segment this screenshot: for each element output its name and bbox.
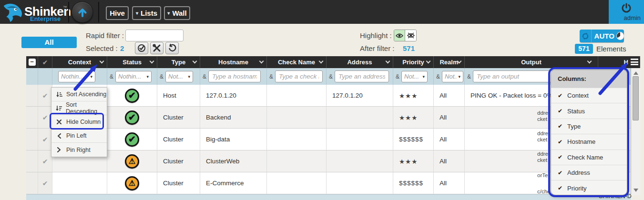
tools-button[interactable] [150, 42, 164, 54]
header-type[interactable]: Type [157, 56, 200, 68]
chevron-down-icon[interactable] [587, 59, 592, 64]
shinken-logo[interactable]: Shinken ™ Enterprise [2, 0, 69, 23]
menu-item-label: Sort Descending [66, 101, 107, 115]
row-check-cell[interactable]: ✔ [38, 172, 52, 194]
check-icon: ✔ [42, 114, 48, 121]
row-expand-cell[interactable] [26, 150, 38, 172]
nav-lists-button[interactable]: ▾ Lists [132, 6, 161, 20]
type-filter-select[interactable]: Not...▾ [165, 71, 193, 82]
columns-menu-icon[interactable] [631, 59, 638, 65]
chevron-down-icon[interactable] [319, 59, 324, 64]
nav-hive-button[interactable]: Hive [106, 6, 129, 20]
sort-descending-icon [56, 105, 62, 111]
highlight-on-button[interactable] [394, 30, 405, 41]
header-priority[interactable]: Priority [393, 56, 434, 68]
header-hostname[interactable]: Hostname [200, 56, 267, 68]
collapse-all-icon[interactable]: − [29, 59, 36, 66]
row-check-cell[interactable]: ✔ [38, 129, 52, 150]
header-context[interactable]: Context [52, 56, 107, 68]
realm-filter-select[interactable]: Not...▾ [442, 71, 463, 82]
menu-item-pin-right[interactable]: Pin Right [51, 143, 107, 157]
check-icon: ✔ [42, 158, 48, 165]
columns-item-address[interactable]: ✔Address [551, 165, 627, 180]
rapid-filter-input[interactable] [125, 30, 184, 41]
header-label: Context [68, 59, 91, 66]
column-context-menu: Sort Ascending Sort Descending Hide Colu… [51, 87, 107, 157]
check-name-filter-input[interactable] [275, 70, 323, 82]
output-filter-input[interactable] [473, 70, 553, 82]
highlight-off-button[interactable] [405, 30, 416, 41]
header-host-truncated[interactable]: H [598, 56, 640, 68]
header-check[interactable]: ✔ [38, 56, 52, 68]
caret-down-icon: ▾ [186, 74, 190, 79]
admin-user-button[interactable]: admin [609, 0, 644, 24]
filter-hostname-cell: & [200, 68, 267, 85]
address-cell [327, 107, 393, 129]
columns-item-type[interactable]: ✔Type [551, 119, 627, 134]
chevron-down-icon[interactable] [386, 59, 390, 64]
check-name-cell [267, 85, 327, 107]
nav-wall-button[interactable]: ▾ Wall [164, 6, 190, 20]
row-check-cell[interactable]: ✔ [38, 85, 52, 107]
header-check-name[interactable]: Check Name [267, 56, 327, 68]
row-expand-cell[interactable] [26, 85, 38, 107]
filter-realm-cell: & Not...▾ [434, 68, 465, 85]
elements-label: Elements [596, 45, 626, 53]
reset-button[interactable] [165, 42, 179, 54]
status-filter-select[interactable]: Nothin...▾ [115, 71, 152, 82]
refresh-segment[interactable] [580, 30, 592, 42]
chevron-down-icon[interactable] [150, 59, 154, 64]
scroll-up-icon[interactable] [634, 71, 638, 75]
row-expand-cell[interactable] [26, 129, 38, 150]
priority-filter-select[interactable]: Not...▾ [401, 71, 428, 82]
brand-subtitle: Enterprise [30, 15, 61, 22]
menu-item-sort-descending[interactable]: Sort Descending [51, 101, 107, 115]
columns-item-hostname[interactable]: ✔Hostname [551, 134, 627, 149]
scroll-down-icon[interactable] [634, 189, 638, 192]
header-address[interactable]: Address [327, 56, 393, 68]
table-row[interactable]: ✔ ✔ Host 127.0.1.20 127.0.1.20 ★★★ All P… [26, 85, 631, 107]
partial-selected-row[interactable] [26, 194, 631, 200]
table-header-row: − ✔ Context Status Type Hostname Check N… [26, 56, 640, 68]
joiner-label: & [269, 73, 273, 80]
joiner-label: & [396, 73, 399, 80]
row-check-cell[interactable]: ✔ [38, 107, 52, 129]
columns-item-context[interactable]: ✔Context [551, 88, 627, 103]
chevron-down-icon[interactable] [259, 59, 264, 64]
caret-down-icon: ▾ [89, 74, 92, 79]
row-check-cell[interactable]: ✔ [38, 150, 52, 172]
row-expand-cell[interactable] [26, 172, 38, 194]
chevron-down-icon[interactable] [426, 59, 431, 64]
header-select-all[interactable]: − [26, 56, 38, 68]
up-refresh-button[interactable] [72, 1, 93, 23]
hostname-filter-input[interactable] [208, 70, 261, 82]
menu-item-hide-column[interactable]: Hide Column [51, 115, 107, 129]
vertical-scrollbar[interactable] [631, 68, 640, 195]
check-icon: ✔ [558, 139, 562, 145]
header-realm[interactable]: Realm [434, 56, 465, 68]
columns-item-check-name[interactable]: ✔Check Name [551, 150, 627, 165]
select-value: Nothin... [118, 73, 141, 80]
chevron-down-icon[interactable] [100, 59, 104, 64]
apply-selection-button[interactable] [135, 42, 148, 54]
hidden-text-fragment: c/che [537, 189, 549, 195]
menu-item-sort-ascending[interactable]: Sort Ascending [51, 88, 107, 101]
check-icon: ✔ [42, 180, 48, 187]
all-tab-button[interactable]: All [21, 37, 77, 48]
auto-refresh-button[interactable]: AUTO [580, 30, 624, 42]
scrollbar-thumb[interactable] [633, 76, 639, 120]
address-filter-input[interactable] [335, 70, 389, 82]
context-cell [52, 172, 107, 194]
chevron-down-icon[interactable] [193, 59, 197, 64]
context-filter-select[interactable]: Nothin...▾ [58, 71, 95, 82]
header-status[interactable]: Status [107, 56, 157, 68]
check-icon: ✔ [42, 92, 48, 100]
columns-item-status[interactable]: ✔Status [551, 103, 627, 118]
caret-down-icon: ▾ [167, 10, 170, 16]
type-cell: Host [157, 85, 200, 107]
row-expand-cell[interactable] [26, 107, 38, 129]
hostname-cell: ClusterWeb [200, 150, 267, 172]
menu-item-pin-left[interactable]: Pin Left [51, 129, 107, 143]
columns-item-priority[interactable]: ✔Priority [551, 180, 627, 195]
header-output[interactable]: Output [465, 56, 598, 68]
